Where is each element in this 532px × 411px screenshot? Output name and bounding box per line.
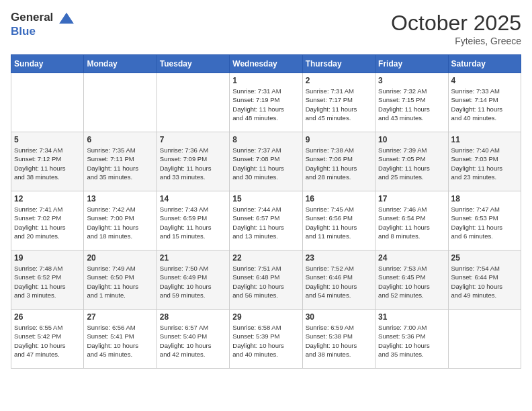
col-header-tuesday: Tuesday — [157, 55, 229, 73]
day-cell: 27Sunrise: 6:56 AM Sunset: 5:41 PM Dayli… — [84, 310, 157, 369]
day-number: 29 — [232, 312, 299, 322]
day-info: Sunrise: 7:38 AM Sunset: 7:06 PM Dayligh… — [306, 146, 372, 181]
month-info: October 2025 Fyteies, Greece — [391, 11, 521, 46]
calendar-header-row: SundayMondayTuesdayWednesdayThursdayFrid… — [11, 55, 521, 73]
day-info: Sunrise: 7:48 AM Sunset: 6:52 PM Dayligh… — [14, 264, 81, 300]
day-cell: 24Sunrise: 7:53 AM Sunset: 6:45 PM Dayli… — [375, 250, 448, 310]
day-cell: 26Sunrise: 6:55 AM Sunset: 5:42 PM Dayli… — [11, 310, 84, 369]
day-info: Sunrise: 7:41 AM Sunset: 7:02 PM Dayligh… — [14, 205, 81, 240]
day-cell: 18Sunrise: 7:47 AM Sunset: 6:53 PM Dayli… — [448, 191, 521, 250]
day-cell: 1Sunrise: 7:31 AM Sunset: 7:19 PM Daylig… — [230, 73, 302, 132]
day-cell: 12Sunrise: 7:41 AM Sunset: 7:02 PM Dayli… — [11, 191, 84, 250]
day-cell: 9Sunrise: 7:38 AM Sunset: 7:06 PM Daylig… — [302, 132, 375, 191]
day-number: 16 — [306, 194, 372, 203]
day-cell: 2Sunrise: 7:31 AM Sunset: 7:17 PM Daylig… — [302, 73, 375, 132]
day-cell: 22Sunrise: 7:51 AM Sunset: 6:48 PM Dayli… — [230, 250, 302, 310]
day-number: 3 — [378, 76, 445, 85]
col-header-thursday: Thursday — [302, 55, 375, 73]
day-info: Sunrise: 7:33 AM Sunset: 7:14 PM Dayligh… — [451, 87, 518, 122]
day-number: 7 — [160, 135, 226, 144]
day-info: Sunrise: 7:36 AM Sunset: 7:09 PM Dayligh… — [160, 146, 226, 181]
day-info: Sunrise: 7:39 AM Sunset: 7:05 PM Dayligh… — [378, 146, 445, 181]
day-cell: 19Sunrise: 7:48 AM Sunset: 6:52 PM Dayli… — [11, 250, 84, 310]
day-info: Sunrise: 7:42 AM Sunset: 7:00 PM Dayligh… — [87, 205, 153, 240]
day-cell: 15Sunrise: 7:44 AM Sunset: 6:57 PM Dayli… — [230, 191, 302, 250]
logo: General Blue — [11, 11, 75, 38]
day-number: 18 — [451, 194, 518, 203]
day-number: 23 — [306, 253, 372, 263]
day-info: Sunrise: 7:43 AM Sunset: 6:59 PM Dayligh… — [160, 205, 226, 240]
day-number: 5 — [14, 135, 81, 144]
day-cell: 11Sunrise: 7:40 AM Sunset: 7:03 PM Dayli… — [448, 132, 521, 191]
svg-marker-0 — [59, 12, 74, 23]
day-info: Sunrise: 7:50 AM Sunset: 6:49 PM Dayligh… — [160, 264, 226, 300]
day-info: Sunrise: 7:52 AM Sunset: 6:46 PM Dayligh… — [306, 264, 372, 300]
week-row-4: 19Sunrise: 7:48 AM Sunset: 6:52 PM Dayli… — [11, 250, 521, 310]
day-number: 8 — [232, 135, 299, 144]
day-number: 26 — [14, 312, 81, 322]
month-title: October 2025 — [391, 11, 521, 36]
day-number: 15 — [232, 194, 299, 203]
day-cell: 25Sunrise: 7:54 AM Sunset: 6:44 PM Dayli… — [448, 250, 521, 310]
day-number: 24 — [378, 253, 445, 263]
day-info: Sunrise: 7:40 AM Sunset: 7:03 PM Dayligh… — [451, 146, 518, 181]
day-info: Sunrise: 6:59 AM Sunset: 5:38 PM Dayligh… — [306, 323, 372, 359]
day-info: Sunrise: 7:31 AM Sunset: 7:19 PM Dayligh… — [232, 87, 299, 122]
day-number: 30 — [306, 312, 372, 322]
day-number: 21 — [160, 253, 226, 263]
day-number: 25 — [451, 253, 518, 263]
day-cell: 8Sunrise: 7:37 AM Sunset: 7:08 PM Daylig… — [230, 132, 302, 191]
week-row-5: 26Sunrise: 6:55 AM Sunset: 5:42 PM Dayli… — [11, 310, 521, 369]
day-number: 19 — [14, 253, 81, 263]
day-number: 12 — [14, 194, 81, 203]
day-info: Sunrise: 7:44 AM Sunset: 6:57 PM Dayligh… — [232, 205, 299, 240]
day-info: Sunrise: 6:58 AM Sunset: 5:39 PM Dayligh… — [232, 323, 299, 359]
logo-general: General — [11, 11, 53, 24]
day-number: 22 — [232, 253, 299, 263]
col-header-saturday: Saturday — [448, 55, 521, 73]
day-number: 2 — [306, 76, 372, 85]
week-row-1: 1Sunrise: 7:31 AM Sunset: 7:19 PM Daylig… — [11, 73, 521, 132]
day-number: 13 — [87, 194, 153, 203]
day-cell: 28Sunrise: 6:57 AM Sunset: 5:40 PM Dayli… — [157, 310, 229, 369]
day-cell: 16Sunrise: 7:45 AM Sunset: 6:56 PM Dayli… — [302, 191, 375, 250]
day-info: Sunrise: 7:54 AM Sunset: 6:44 PM Dayligh… — [451, 264, 518, 300]
day-number: 11 — [451, 135, 518, 144]
day-info: Sunrise: 7:35 AM Sunset: 7:11 PM Dayligh… — [87, 146, 153, 181]
location: Fyteies, Greece — [391, 36, 521, 46]
day-cell: 7Sunrise: 7:36 AM Sunset: 7:09 PM Daylig… — [157, 132, 229, 191]
day-info: Sunrise: 6:56 AM Sunset: 5:41 PM Dayligh… — [87, 323, 153, 359]
day-info: Sunrise: 7:47 AM Sunset: 6:53 PM Dayligh… — [451, 205, 518, 240]
day-cell: 3Sunrise: 7:32 AM Sunset: 7:15 PM Daylig… — [375, 73, 448, 132]
day-number: 4 — [451, 76, 518, 85]
day-number: 27 — [87, 312, 153, 322]
day-cell: 17Sunrise: 7:46 AM Sunset: 6:54 PM Dayli… — [375, 191, 448, 250]
calendar-table: SundayMondayTuesdayWednesdayThursdayFrid… — [11, 54, 521, 369]
day-cell — [448, 310, 521, 369]
day-cell: 29Sunrise: 6:58 AM Sunset: 5:39 PM Dayli… — [230, 310, 302, 369]
day-cell: 5Sunrise: 7:34 AM Sunset: 7:12 PM Daylig… — [11, 132, 84, 191]
day-cell: 13Sunrise: 7:42 AM Sunset: 7:00 PM Dayli… — [84, 191, 157, 250]
day-info: Sunrise: 7:49 AM Sunset: 6:50 PM Dayligh… — [87, 264, 153, 300]
day-cell: 30Sunrise: 6:59 AM Sunset: 5:38 PM Dayli… — [302, 310, 375, 369]
day-info: Sunrise: 6:57 AM Sunset: 5:40 PM Dayligh… — [160, 323, 226, 359]
day-number: 17 — [378, 194, 445, 203]
col-header-wednesday: Wednesday — [230, 55, 302, 73]
day-cell: 31Sunrise: 7:00 AM Sunset: 5:36 PM Dayli… — [375, 310, 448, 369]
day-info: Sunrise: 7:00 AM Sunset: 5:36 PM Dayligh… — [378, 323, 445, 359]
day-number: 6 — [87, 135, 153, 144]
day-info: Sunrise: 7:34 AM Sunset: 7:12 PM Dayligh… — [14, 146, 81, 181]
col-header-friday: Friday — [375, 55, 448, 73]
day-cell: 23Sunrise: 7:52 AM Sunset: 6:46 PM Dayli… — [302, 250, 375, 310]
day-info: Sunrise: 7:46 AM Sunset: 6:54 PM Dayligh… — [378, 205, 445, 240]
col-header-monday: Monday — [84, 55, 157, 73]
day-info: Sunrise: 7:53 AM Sunset: 6:45 PM Dayligh… — [378, 264, 445, 300]
week-row-2: 5Sunrise: 7:34 AM Sunset: 7:12 PM Daylig… — [11, 132, 521, 191]
day-cell: 14Sunrise: 7:43 AM Sunset: 6:59 PM Dayli… — [157, 191, 229, 250]
day-info: Sunrise: 7:45 AM Sunset: 6:56 PM Dayligh… — [306, 205, 372, 240]
day-number: 1 — [232, 76, 299, 85]
logo-blue: Blue — [11, 25, 75, 38]
day-number: 28 — [160, 312, 226, 322]
day-number: 14 — [160, 194, 226, 203]
day-number: 20 — [87, 253, 153, 263]
